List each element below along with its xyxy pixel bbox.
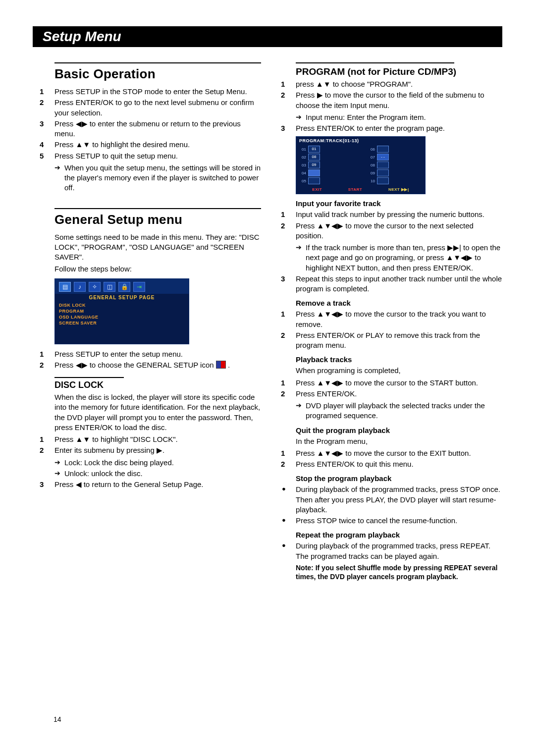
program-step3: 3Press ENTER/OK to enter the program pag… — [274, 123, 502, 133]
input-track-steps: 1Input valid track number by pressing th… — [274, 210, 502, 241]
repeat-note: Note: If you select Shuffle mode by pres… — [296, 563, 502, 581]
basic-op-note: When you quit the setup menu, the settin… — [33, 163, 261, 193]
lock-note: Lock: Lock the disc being played. — [33, 458, 261, 468]
program-steps: 1press ▲▼ to choose "PROGRAM". 2Press ▶ … — [274, 79, 502, 110]
page-number: 14 — [54, 715, 61, 723]
general-setup-follow: Follow the steps below: — [54, 264, 261, 274]
unlock-note: Unlock: unlock the disc. — [33, 469, 261, 479]
input-track-arrow: If the track number is more than ten, pr… — [274, 243, 502, 273]
playback-heading: Playback tracks — [296, 355, 502, 364]
rule — [54, 62, 261, 63]
remove-heading: Remove a track — [296, 299, 502, 307]
general-setup-intro: Some settings need to be made in this me… — [54, 232, 261, 263]
stop-heading: Stop the program playback — [296, 474, 502, 483]
page-header: Setup Menu — [33, 26, 502, 47]
basic-operation-steps: 1Press SETUP in the STOP mode to enter t… — [33, 87, 261, 161]
program-arrow: Input menu: Enter the Program item. — [274, 112, 502, 122]
osd-icon-exit: ⇥ — [133, 282, 145, 292]
basic-operation-title: Basic Operation — [54, 66, 261, 82]
general-setup-steps: 1Press SETUP to enter the setup menu. 2P… — [33, 349, 261, 371]
input-track-heading: Input your favorite track — [296, 199, 502, 208]
osd-icon-lock: 🔒 — [118, 282, 130, 292]
program-osd: PROGRAM:TRACK(01-13) 0101 0208 0309 04 0… — [296, 136, 426, 194]
osd-title: GENERAL SETUP PAGE — [55, 294, 189, 301]
rule — [296, 62, 454, 63]
general-setup-icon — [216, 361, 226, 369]
rule — [54, 377, 124, 378]
disc-lock-intro: When the disc is locked, the player will… — [54, 392, 261, 432]
general-setup-osd: ▤ ♪ ✧ ◫ 🔒 ⇥ GENERAL SETUP PAGE DISK LOCK… — [54, 278, 189, 344]
disc-lock-steps: 1Press ▲▼ to highlight "DISC LOCK". 2Ent… — [33, 434, 261, 456]
left-column: Basic Operation 1Press SETUP in the STOP… — [33, 57, 261, 581]
content-columns: Basic Operation 1Press SETUP in the STOP… — [33, 57, 502, 581]
program-title: PROGRAM (not for Picture CD/MP3) — [296, 66, 502, 77]
osd-icon-general: ▤ — [59, 282, 71, 292]
osd-icon-video: ✧ — [89, 282, 101, 292]
osd-icon-audio: ♪ — [74, 282, 86, 292]
disc-lock-title: DISC LOCK — [54, 380, 261, 390]
right-column: PROGRAM (not for Picture CD/MP3) 1press … — [274, 57, 502, 581]
repeat-heading: Repeat the program playback — [296, 531, 502, 539]
disc-lock-step3: 3Press ◀ to return to the General Setup … — [33, 480, 261, 489]
quit-heading: Quit the program playback — [296, 426, 502, 434]
osd-icon-pref: ◫ — [104, 282, 115, 292]
general-setup-title: General Setup menu — [54, 212, 261, 227]
rule — [54, 208, 261, 209]
